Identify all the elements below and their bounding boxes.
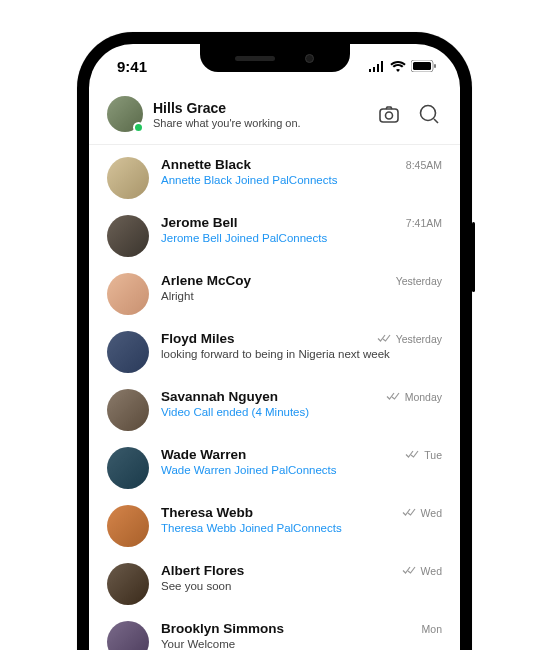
chat-row[interactable]: Albert Flores Wed See you soon bbox=[89, 555, 460, 613]
cellular-signal-icon bbox=[368, 61, 385, 72]
avatar bbox=[107, 447, 149, 489]
chat-time: Wed bbox=[421, 507, 442, 519]
phone-frame: 9:41 Hills Grace Share what you're worki… bbox=[77, 32, 472, 650]
chat-row[interactable]: Brooklyn Simmons Mon Your Welcome bbox=[89, 613, 460, 650]
search-icon bbox=[417, 102, 441, 126]
chat-meta: Yesterday bbox=[396, 275, 442, 287]
read-receipt-icon bbox=[402, 566, 416, 575]
chat-time: Yesterday bbox=[396, 275, 442, 287]
camera-button[interactable] bbox=[376, 101, 402, 127]
chat-meta: 8:45AM bbox=[406, 159, 442, 171]
chat-meta: 7:41AM bbox=[406, 217, 442, 229]
chat-name: Theresa Webb bbox=[161, 505, 253, 520]
chat-preview: Annette Black Joined PalConnects bbox=[161, 174, 442, 186]
chat-preview: See you soon bbox=[161, 580, 442, 592]
avatar bbox=[107, 331, 149, 373]
chat-meta: Mon bbox=[422, 623, 442, 635]
chat-preview: Theresa Webb Joined PalConnects bbox=[161, 522, 442, 534]
chat-preview: Alright bbox=[161, 290, 442, 302]
avatar bbox=[107, 389, 149, 431]
chat-time: Monday bbox=[405, 391, 442, 403]
header-text[interactable]: Hills Grace Share what you're working on… bbox=[153, 100, 366, 129]
chat-time: 8:45AM bbox=[406, 159, 442, 171]
chat-preview: Jerome Bell Joined PalConnects bbox=[161, 232, 442, 244]
chat-name: Annette Black bbox=[161, 157, 251, 172]
avatar bbox=[107, 215, 149, 257]
chat-row[interactable]: Arlene McCoy Yesterday Alright bbox=[89, 265, 460, 323]
chat-row[interactable]: Jerome Bell 7:41AM Jerome Bell Joined Pa… bbox=[89, 207, 460, 265]
avatar bbox=[107, 563, 149, 605]
chat-preview: looking forward to being in Nigeria next… bbox=[161, 348, 442, 360]
chat-row[interactable]: Wade Warren Tue Wade Warren Joined PalCo… bbox=[89, 439, 460, 497]
phone-notch bbox=[200, 44, 350, 72]
chat-name: Wade Warren bbox=[161, 447, 246, 462]
avatar bbox=[107, 505, 149, 547]
wifi-icon bbox=[390, 61, 406, 72]
chat-preview: Video Call ended (4 Minutes) bbox=[161, 406, 442, 418]
avatar bbox=[107, 621, 149, 650]
svg-point-5 bbox=[421, 106, 436, 121]
header-name: Hills Grace bbox=[153, 100, 366, 116]
chat-time: 7:41AM bbox=[406, 217, 442, 229]
chat-meta: Yesterday bbox=[377, 333, 442, 345]
chat-name: Jerome Bell bbox=[161, 215, 238, 230]
read-receipt-icon bbox=[402, 508, 416, 517]
svg-line-6 bbox=[434, 119, 438, 123]
clock: 9:41 bbox=[117, 58, 147, 75]
svg-point-4 bbox=[386, 112, 393, 119]
chat-time: Tue bbox=[424, 449, 442, 461]
svg-rect-2 bbox=[434, 64, 436, 68]
chat-time: Yesterday bbox=[396, 333, 442, 345]
svg-rect-3 bbox=[380, 109, 398, 122]
header-subtitle: Share what you're working on. bbox=[153, 117, 366, 129]
chat-time: Mon bbox=[422, 623, 442, 635]
phone-screen: 9:41 Hills Grace Share what you're worki… bbox=[89, 44, 460, 650]
chat-row[interactable]: Theresa Webb Wed Theresa Webb Joined Pal… bbox=[89, 497, 460, 555]
avatar bbox=[107, 157, 149, 199]
avatar bbox=[107, 273, 149, 315]
chat-row[interactable]: Floyd Miles Yesterday looking forward to… bbox=[89, 323, 460, 381]
chat-row[interactable]: Savannah Nguyen Monday Video Call ended … bbox=[89, 381, 460, 439]
search-button[interactable] bbox=[416, 101, 442, 127]
chat-name: Arlene McCoy bbox=[161, 273, 251, 288]
battery-icon bbox=[411, 60, 436, 72]
chat-meta: Wed bbox=[402, 507, 442, 519]
chat-preview: Wade Warren Joined PalConnects bbox=[161, 464, 442, 476]
chat-name: Savannah Nguyen bbox=[161, 389, 278, 404]
read-receipt-icon bbox=[386, 392, 400, 401]
chat-name: Floyd Miles bbox=[161, 331, 235, 346]
chat-name: Brooklyn Simmons bbox=[161, 621, 284, 636]
camera-icon bbox=[377, 102, 401, 126]
chat-name: Albert Flores bbox=[161, 563, 244, 578]
chat-meta: Wed bbox=[402, 565, 442, 577]
chat-meta: Monday bbox=[386, 391, 442, 403]
online-status-dot bbox=[133, 122, 144, 133]
chat-list: Annette Black 8:45AM Annette Black Joine… bbox=[89, 145, 460, 650]
my-avatar[interactable] bbox=[107, 96, 143, 132]
chat-time: Wed bbox=[421, 565, 442, 577]
read-receipt-icon bbox=[377, 334, 391, 343]
chat-row[interactable]: Annette Black 8:45AM Annette Black Joine… bbox=[89, 149, 460, 207]
chat-meta: Tue bbox=[405, 449, 442, 461]
header: Hills Grace Share what you're working on… bbox=[89, 88, 460, 145]
chat-preview: Your Welcome bbox=[161, 638, 442, 650]
read-receipt-icon bbox=[405, 450, 419, 459]
svg-rect-1 bbox=[413, 62, 431, 70]
